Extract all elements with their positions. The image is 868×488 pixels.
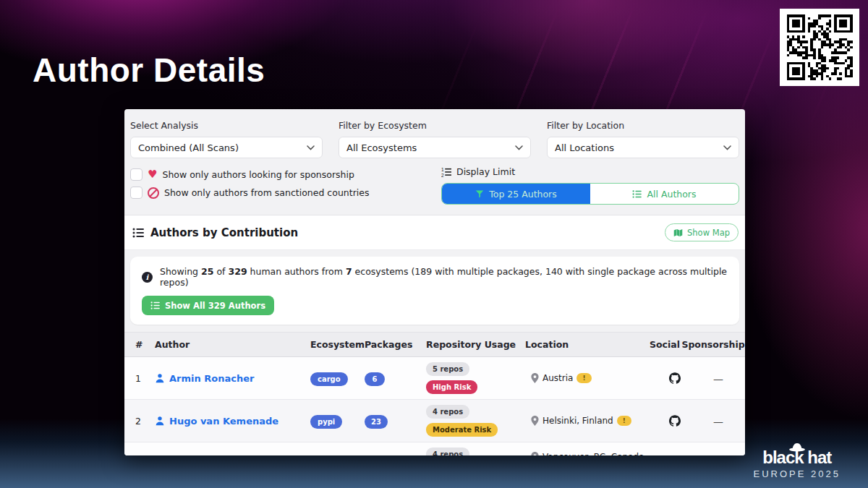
table-row: 3 Jon Dufresne pypi 18 4 repos Moderate … — [124, 442, 745, 455]
filter-options-row: ♥ Show only authors looking for sponsors… — [124, 158, 745, 205]
location-pin-icon — [531, 416, 539, 426]
show-all-authors-button[interactable]: Show All 329 Authors — [142, 296, 274, 315]
header-packages: Packages — [365, 339, 426, 350]
all-authors-button[interactable]: All Authors — [590, 184, 739, 204]
section-header: Authors by Contribution Show Map — [124, 215, 745, 250]
table-row: 1 Armin Ronacher cargo 6 5 repos High Ri… — [124, 357, 745, 400]
display-limit-header: 12 Display Limit — [441, 166, 739, 177]
location-pin-icon — [531, 373, 539, 383]
sponsorship-filter-label: Show only authors looking for sponsorshi… — [162, 169, 354, 180]
ecosystem-badge: pypi — [310, 415, 342, 429]
top-25-authors-button[interactable]: Top 25 Authors — [442, 184, 590, 204]
checkbox[interactable] — [130, 168, 142, 181]
person-icon — [155, 373, 165, 383]
filter-ecosystem-group: Filter by Ecosystem All Ecosystems — [339, 120, 531, 158]
warning-badge: ! — [576, 373, 591, 383]
total-count: 329 — [228, 266, 247, 277]
author-name: Armin Ronacher — [169, 373, 254, 384]
no-entry-icon — [148, 187, 159, 199]
person-icon — [155, 416, 165, 426]
show-map-button[interactable]: Show Map — [665, 223, 739, 241]
header-repo-usage: Repository Usage — [426, 339, 525, 350]
filter-location-label: Filter by Location — [547, 120, 739, 131]
ecosystem-badge: cargo — [310, 372, 348, 386]
author-link[interactable]: Hugo van Kemenade — [155, 416, 310, 427]
numbered-list-icon: 12 — [441, 167, 451, 177]
location-pin-icon — [531, 452, 539, 456]
author-name: Hugo van Kemenade — [169, 416, 278, 427]
info-icon: i — [142, 272, 153, 283]
ecosystem-count: 7 — [346, 266, 352, 277]
checkbox[interactable] — [130, 187, 142, 199]
risk-pill: Moderate Risk — [426, 423, 498, 437]
repos-pill: 4 repos — [426, 448, 469, 455]
github-link[interactable] — [669, 372, 681, 384]
packages-badge: 6 — [365, 372, 385, 386]
summary-line: i Showing 25 of 329 human authors from 7… — [142, 266, 729, 288]
section-title: Authors by Contribution — [150, 226, 298, 239]
sponsorship-value: — — [713, 373, 723, 385]
location-text: Vancouver, BC, Canada — [542, 452, 644, 456]
sponsorship-value: — — [713, 416, 723, 427]
author-details-panel: Select Analysis Combined (All Scans) Fil… — [124, 109, 745, 455]
funnel-icon — [475, 189, 484, 198]
row-number: 1 — [124, 373, 155, 384]
row-number: 2 — [124, 416, 155, 427]
repos-pill: 4 repos — [426, 405, 469, 419]
map-icon — [673, 228, 683, 237]
svg-text:2: 2 — [441, 172, 444, 176]
header-social: Social — [648, 339, 681, 350]
summary-text: Showing 25 of 329 human authors from 7 e… — [160, 266, 729, 288]
list-icon — [150, 301, 160, 310]
all-authors-label: All Authors — [647, 189, 696, 200]
filter-location-dropdown[interactable]: All Locations — [547, 137, 739, 158]
github-icon — [669, 415, 681, 427]
svg-text:1: 1 — [441, 167, 444, 172]
filter-bar: Select Analysis Combined (All Scans) Fil… — [124, 109, 745, 158]
author-link[interactable]: Armin Ronacher — [155, 373, 310, 384]
filter-ecosystem-dropdown[interactable]: All Ecosystems — [339, 137, 531, 158]
filter-location-value: All Locations — [555, 142, 614, 153]
location-text: Austria — [542, 373, 573, 383]
heart-icon: ♥ — [148, 169, 157, 180]
select-analysis-group: Select Analysis Combined (All Scans) — [130, 120, 323, 158]
checkbox-group: ♥ Show only authors looking for sponsors… — [130, 166, 369, 199]
header-location: Location — [525, 339, 648, 350]
top-25-authors-label: Top 25 Authors — [489, 189, 557, 200]
repos-pill: 5 repos — [426, 362, 469, 376]
blackhat-wordmark: black hat — [754, 448, 841, 467]
table-header-row: # Author Ecosystem Packages Repository U… — [124, 332, 745, 357]
sanctioned-filter-checkbox-row[interactable]: Show only authors from sanctioned countr… — [130, 187, 369, 199]
filter-ecosystem-value: All Ecosystems — [346, 142, 417, 153]
warning-badge: ! — [617, 416, 631, 426]
packages-badge: 23 — [365, 415, 388, 429]
filter-location-group: Filter by Location All Locations — [547, 120, 739, 158]
authors-table: # Author Ecosystem Packages Repository U… — [124, 332, 745, 455]
location-text: Helsinki, Finland — [542, 416, 613, 426]
page-title: Author Details — [33, 51, 265, 90]
blackhat-event: EUROPE 2025 — [754, 469, 841, 479]
header-sponsorship: Sponsorship — [681, 339, 745, 350]
list-icon — [632, 189, 642, 199]
shown-count: 25 — [201, 266, 213, 277]
display-limit-toggle: Top 25 Authors All Authors — [441, 183, 739, 205]
show-map-label: Show Map — [687, 228, 730, 238]
header-author: Author — [155, 339, 310, 350]
table-row: 2 Hugo van Kemenade pypi 23 4 repos Mode… — [124, 400, 745, 442]
risk-pill: High Risk — [426, 380, 477, 394]
display-limit-group: 12 Display Limit Top 25 Authors All Auth… — [441, 166, 739, 205]
blackhat-logo: black hat EUROPE 2025 — [754, 440, 841, 479]
chevron-down-icon — [515, 145, 523, 150]
github-link[interactable] — [669, 415, 681, 427]
github-icon — [669, 372, 681, 384]
filter-ecosystem-label: Filter by Ecosystem — [339, 120, 531, 131]
select-analysis-dropdown[interactable]: Combined (All Scans) — [130, 137, 323, 158]
select-analysis-label: Select Analysis — [130, 120, 323, 131]
sponsorship-filter-checkbox-row[interactable]: ♥ Show only authors looking for sponsors… — [130, 168, 369, 181]
header-ecosystem: Ecosystem — [310, 339, 365, 350]
qr-code — [780, 9, 859, 86]
chevron-down-icon — [723, 145, 731, 150]
summary-card: i Showing 25 of 329 human authors from 7… — [130, 257, 739, 325]
show-all-authors-label: Show All 329 Authors — [165, 301, 265, 311]
chevron-down-icon — [307, 145, 315, 150]
